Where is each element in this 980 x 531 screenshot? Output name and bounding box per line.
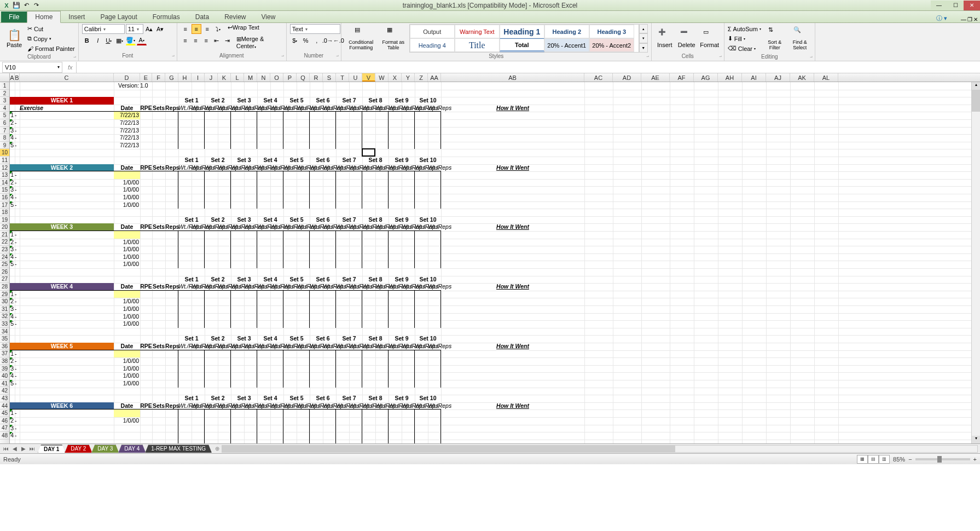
wtrep-header[interactable]: Wt./Reps (231, 343, 244, 350)
dash[interactable]: - (15, 320, 20, 328)
wtrep-header[interactable]: Wt./Reps (244, 283, 257, 291)
date-header[interactable]: Date (114, 402, 140, 410)
wtrep-header[interactable]: Wt./Reps (362, 343, 375, 350)
set-header[interactable]: Set 2 (205, 157, 231, 164)
currency-icon[interactable]: $▾ (290, 36, 300, 45)
wtrep-header[interactable]: Wt./Reps (336, 105, 349, 112)
wtrep-header[interactable]: Wt./Reps (375, 402, 388, 410)
col-header-AL[interactable]: AL (814, 73, 838, 82)
tab-nav[interactable]: ⏮◀▶⏭ (0, 446, 38, 452)
date-cell-yellow[interactable] (114, 350, 140, 358)
set-header[interactable]: Set 6 (310, 97, 336, 105)
style-accent2[interactable]: 20% - Accent2 (589, 38, 634, 52)
dash[interactable]: - (15, 119, 20, 127)
row-header-36[interactable]: 36 (0, 343, 9, 350)
set-header[interactable]: Set 2 (205, 97, 231, 105)
set-header[interactable]: Set 6 (310, 276, 336, 284)
col-header-W[interactable]: W (375, 73, 388, 82)
font-name-combo[interactable]: Calibri▾ (82, 24, 125, 34)
align-left-icon[interactable]: ≡ (181, 36, 190, 45)
date-cell[interactable]: 1/0/00 (114, 298, 140, 305)
wtrep-header[interactable]: Wt./Reps (192, 402, 205, 410)
set-header[interactable]: Set 10 (415, 157, 441, 164)
wtrep-header[interactable]: Wt./Reps (205, 164, 218, 172)
row-header-2[interactable]: 2 (0, 90, 9, 97)
tab-home[interactable]: Home (27, 11, 61, 23)
dash[interactable]: - (15, 134, 20, 142)
row-header-45[interactable]: 45 (0, 409, 9, 417)
sheet-tab-day-1[interactable]: DAY 1 (38, 445, 65, 453)
wtrep-header[interactable]: Wt./Reps (244, 402, 257, 410)
dash[interactable]: - (15, 313, 20, 321)
set-header[interactable]: Set 7 (336, 335, 362, 343)
reps-header[interactable]: Reps (165, 283, 178, 291)
minimize-button[interactable]: — (931, 1, 947, 10)
col-header-AI[interactable]: AI (742, 73, 766, 82)
wtrep-header[interactable]: Wt./Reps (336, 164, 349, 172)
col-header-G[interactable]: G (165, 73, 178, 82)
wtrep-header[interactable]: Wt./Reps (192, 283, 205, 291)
row-header-43[interactable]: 43 (0, 395, 9, 402)
exercise-label[interactable]: Exercise (20, 105, 114, 112)
align-bottom-icon[interactable]: ≡ (202, 24, 212, 34)
wtrep-header[interactable]: Wt./Reps (218, 343, 231, 350)
style-total[interactable]: Total (500, 38, 544, 52)
wtrep-header[interactable]: Wt./Reps (323, 105, 336, 112)
reps-header[interactable]: Reps (165, 164, 178, 172)
wtrep-header[interactable]: Wt./Reps (349, 164, 362, 172)
date-cell[interactable]: 1/0/00 (114, 261, 140, 268)
wtrep-header[interactable]: Wt./Reps (323, 343, 336, 350)
row-header-23[interactable]: 23 (0, 246, 9, 253)
col-header-AE[interactable]: AE (641, 73, 670, 82)
increase-indent-icon[interactable]: ⇥ (223, 36, 232, 45)
date-cell[interactable]: 1/0/00 (114, 380, 140, 388)
conditional-formatting-button[interactable]: ▤Conditional Formatting (345, 24, 378, 53)
wtrep-header[interactable]: Wt./Reps (283, 164, 297, 172)
wtrep-header[interactable]: Wt./Reps (257, 164, 270, 172)
dash[interactable]: - (15, 409, 20, 417)
col-header-D[interactable]: D (114, 73, 140, 82)
wtrep-header[interactable]: Wt./Reps (270, 105, 283, 112)
hscroll-thumb[interactable] (222, 446, 675, 452)
wtrep-header[interactable]: Wt./Reps (415, 343, 428, 350)
row-header-34[interactable]: 34 (0, 328, 9, 336)
wtrep-header[interactable]: Wt./Reps (349, 105, 362, 112)
wtrep-header[interactable]: Wt./Reps (375, 164, 388, 172)
row-header-29[interactable]: 29 (0, 291, 9, 298)
dash[interactable]: - (15, 261, 20, 268)
sheet-tab-day-4[interactable]: DAY 4 (118, 445, 146, 453)
wtrep-header[interactable]: Wt./Reps (362, 105, 375, 112)
reps-header[interactable]: Reps (165, 105, 178, 112)
name-box[interactable]: V10▾ (2, 62, 62, 73)
set-header[interactable]: Set 2 (205, 395, 231, 402)
sort-filter-button[interactable]: ⇅Sort & Filter (763, 24, 786, 53)
style-output[interactable]: Output (410, 25, 455, 38)
set-header[interactable]: Set 1 (178, 276, 205, 284)
wtrep-header[interactable]: Wt./Reps (205, 343, 218, 350)
col-header-L[interactable]: L (231, 73, 244, 82)
dash[interactable]: - (15, 298, 20, 305)
row-header-39[interactable]: 39 (0, 365, 9, 373)
new-sheet-icon[interactable]: ⊕ (215, 446, 219, 452)
wtrep-header[interactable]: Wt./Reps (310, 164, 323, 172)
style-title[interactable]: Title (455, 38, 500, 52)
set-header[interactable]: Set 10 (415, 395, 441, 402)
date-header[interactable]: Date (114, 105, 140, 112)
fill-color-button[interactable]: 🪣▾ (126, 36, 136, 45)
col-header-V[interactable]: V (362, 73, 375, 82)
week-header-2[interactable]: WEEK 2 (10, 164, 114, 172)
tab-data[interactable]: Data (188, 11, 217, 22)
style-warning[interactable]: Warning Text (455, 25, 500, 38)
set-header[interactable]: Set 1 (178, 395, 205, 402)
set-header[interactable]: Set 10 (415, 97, 441, 105)
set-header[interactable]: Set 2 (205, 335, 231, 343)
mdi-min[interactable]: — (961, 16, 966, 22)
wtrep-header[interactable]: Wt./Reps (428, 223, 441, 231)
set-header[interactable]: Set 5 (283, 335, 310, 343)
wtrep-header[interactable]: Wt./Reps (428, 164, 441, 172)
wtrep-header[interactable]: Wt./Reps (402, 402, 415, 410)
row-header-8[interactable]: 8 (0, 134, 9, 142)
col-header-S[interactable]: S (323, 73, 336, 82)
col-header-U[interactable]: U (349, 73, 362, 82)
row-header-48[interactable]: 48 (0, 432, 9, 440)
